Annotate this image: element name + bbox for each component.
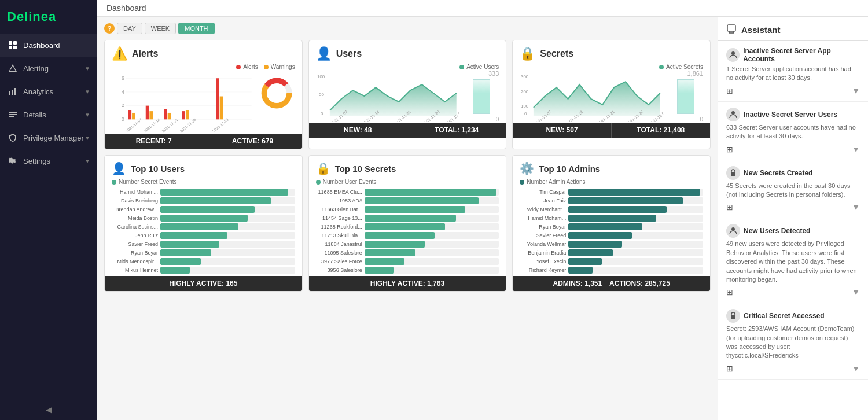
stat-cards-row: ⚠️ Alerts Alerts Warnings 6 4: [104, 40, 711, 149]
list-item: Jenn Ruiz: [112, 232, 295, 239]
top10-secrets-legend: Number User Events: [309, 178, 506, 186]
secrets-bar-legend-dot: [316, 180, 321, 185]
sidebar-item-privilege-manager[interactable]: Privilege Manager ▼: [0, 126, 97, 149]
list-item: Ryan Boyar: [112, 249, 295, 256]
bar-inner: [568, 197, 683, 204]
notification-item: Critical Secret Accessed Secret: 2593/AW…: [718, 303, 868, 380]
sidebar-item-analytics[interactable]: Analytics ▼: [0, 80, 97, 103]
notification-expand-button[interactable]: ▼: [852, 288, 860, 297]
notification-item: New Secrets Created 45 Secrets were crea…: [718, 160, 868, 219]
dashboard-icon: [7, 39, 19, 51]
content-area: ? DAY WEEK MONTH ⚠️ Alerts Alerts: [97, 17, 868, 420]
bar-inner: [568, 215, 656, 222]
list-item: 11095 Saleslore: [316, 249, 499, 256]
svg-rect-26: [216, 78, 219, 119]
bar-outer: [568, 258, 703, 265]
notification-desc: Secret: 2593/AWS IAM Account (DemoTeam) …: [726, 325, 860, 360]
notification-add-button[interactable]: ⊞: [726, 202, 733, 212]
bar-label: Mids Mendospir...: [112, 259, 158, 264]
users-icon: 👤: [316, 46, 332, 61]
top10-secrets-header: 🔒 Top 10 Secrets: [309, 156, 506, 178]
alerts-legend-label: Alerts: [243, 64, 258, 70]
dashboard-area: ? DAY WEEK MONTH ⚠️ Alerts Alerts: [97, 17, 718, 420]
notification-title: Critical Secret Accessed: [726, 309, 860, 323]
bar-label: Jenn Ruiz: [112, 233, 158, 238]
bar-outer: [365, 197, 499, 204]
bar-label: Richard Keymer: [520, 267, 566, 273]
filter-month-button[interactable]: MONTH: [178, 23, 214, 34]
list-item: Tim Caspar: [520, 189, 703, 196]
sidebar-item-label: Details: [23, 110, 46, 119]
filter-day-button[interactable]: DAY: [117, 23, 142, 34]
top10-users-icon: 👤: [112, 161, 126, 175]
details-icon: [7, 109, 19, 120]
help-icon[interactable]: ?: [104, 23, 115, 34]
bar-outer: [160, 241, 295, 248]
bar-label: 11095 Saleslore: [316, 250, 362, 256]
svg-rect-57: [731, 172, 735, 176]
secrets-card-footer: NEW: 507 TOTAL: 21,408: [513, 123, 710, 138]
sidebar-item-alerting[interactable]: Alerting ▼: [0, 57, 97, 80]
alerts-bar-chart: 6 4 2 0: [112, 70, 254, 134]
bar-inner: [568, 249, 613, 256]
secrets-area-chart: 300 200 100 0 2021-11-07 2021-11-14 2021…: [520, 70, 664, 122]
svg-text:4: 4: [122, 89, 124, 95]
bar-outer: [568, 215, 703, 222]
svg-text:100: 100: [317, 74, 325, 79]
notification-expand-button[interactable]: ▼: [852, 364, 860, 373]
users-new: NEW: 48: [309, 123, 407, 138]
bar-inner: [365, 206, 466, 213]
notification-expand-button[interactable]: ▼: [852, 86, 860, 95]
sidebar-item-details[interactable]: Details ▼: [0, 103, 97, 126]
chevron-icon: ▼: [84, 89, 90, 95]
bar-label: Davis Breinberg: [112, 198, 158, 204]
sidebar: Delinea Dashboard Alerting ▼ Analytics ▼: [0, 0, 97, 420]
svg-rect-21: [149, 111, 153, 119]
svg-text:2: 2: [122, 102, 124, 108]
svg-text:2021-11-14: 2021-11-14: [143, 117, 161, 133]
alerts-recent: RECENT: 7: [105, 134, 203, 149]
bar-inner: [568, 206, 667, 213]
notif-user-icon: [726, 166, 740, 180]
notification-add-button[interactable]: ⊞: [726, 364, 733, 373]
bar-outer: [365, 232, 499, 239]
notification-add-button[interactable]: ⊞: [726, 288, 733, 297]
assistant-title: Assistant: [741, 25, 781, 35]
svg-rect-20: [146, 106, 149, 120]
notif-user-icon: [726, 108, 740, 121]
bar-label: Savier Freed: [112, 241, 158, 247]
secrets-legend: Active Secrets: [513, 64, 710, 70]
filter-week-button[interactable]: WEEK: [145, 23, 176, 34]
bar-outer: [365, 189, 499, 196]
svg-rect-2: [9, 46, 12, 49]
bar-outer: [568, 267, 703, 274]
svg-text:0: 0: [321, 111, 323, 116]
top10-admins-icon: ⚙️: [520, 161, 534, 175]
list-item: Yolanda Wellmar: [520, 241, 703, 248]
svg-rect-5: [12, 90, 13, 95]
bar-inner: [160, 241, 219, 248]
svg-rect-3: [13, 46, 17, 49]
svg-point-58: [731, 227, 735, 231]
sidebar-item-settings[interactable]: Settings ▼: [0, 149, 97, 172]
bar-label: 11663 Glen Bat...: [316, 207, 362, 212]
list-item: 11663 Glen Bat...: [316, 206, 499, 213]
bar-outer: [160, 232, 295, 239]
bar-inner: [365, 267, 394, 274]
notification-expand-button[interactable]: ▼: [852, 202, 860, 212]
users-card-footer: NEW: 48 TOTAL: 1,234: [309, 123, 506, 138]
alerts-card: ⚠️ Alerts Alerts Warnings 6 4: [104, 40, 303, 149]
notification-add-button[interactable]: ⊞: [726, 86, 733, 95]
sidebar-item-dashboard[interactable]: Dashboard: [0, 34, 97, 57]
top10-secrets-title: Top 10 Secrets: [335, 164, 396, 174]
notification-expand-button[interactable]: ▼: [852, 145, 860, 154]
collapse-button[interactable]: ◀: [46, 405, 52, 414]
bar-label: Widy Merchant...: [520, 207, 566, 212]
active-secrets-label: Active Secrets: [666, 64, 703, 70]
admins-horiz-chart: Tim Caspar Jean Faiz Widy Merchant... Ha…: [520, 189, 703, 274]
notification-add-button[interactable]: ⊞: [726, 145, 733, 154]
bar-outer: [160, 223, 295, 230]
bar-inner: [160, 189, 288, 196]
top10-secrets-icon: 🔒: [316, 161, 330, 175]
bar-outer: [568, 206, 703, 213]
